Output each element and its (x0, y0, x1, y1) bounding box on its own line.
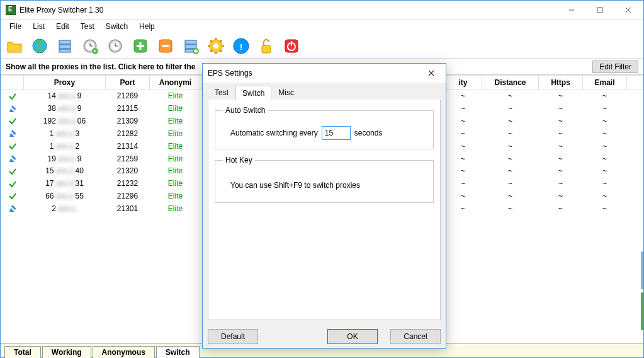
folder-icon[interactable] (4, 36, 25, 56)
cell-https: ~ (539, 190, 583, 202)
cell-email: ~ (583, 90, 627, 103)
cell-proxy: 1.xxx.x.3 (24, 127, 106, 140)
cell-anonymity: Elite (150, 115, 201, 127)
cell-proxy: 1.xxx.x.2 (24, 140, 106, 153)
cell-distance: ~ (482, 140, 539, 153)
cell-distance: ~ (482, 102, 539, 115)
dialog-titlebar: EPS Settings (203, 64, 446, 83)
cell-email: ~ (583, 127, 627, 140)
maximize-button[interactable] (585, 1, 614, 19)
tab-total[interactable]: Total (4, 346, 41, 358)
auto-switch-group: Auto Switch Automatic switching every se… (215, 106, 434, 149)
cell-port: 21309 (106, 115, 150, 127)
svg-rect-6 (59, 45, 71, 49)
tab-switch-settings[interactable]: Switch (235, 86, 271, 100)
tab-switch[interactable]: Switch (156, 346, 200, 358)
hotkey-group: Hot Key You can use Shift+F9 to switch p… (215, 156, 434, 203)
col-https[interactable]: Https (539, 76, 583, 90)
svg-rect-43 (11, 130, 16, 136)
status-icon (1, 190, 24, 202)
cell-distance: ~ (482, 127, 539, 140)
cell-email: ~ (583, 102, 627, 115)
tab-anonymous[interactable]: Anonymous (93, 346, 155, 358)
col-email[interactable]: Email (583, 76, 627, 90)
globe-icon[interactable] (30, 36, 50, 56)
menu-file[interactable]: File (4, 21, 26, 32)
cell-proxy: 17.xxx.x.31 (24, 177, 106, 190)
cell-email: ~ (583, 202, 627, 215)
eps-settings-dialog: EPS Settings Test Switch Misc Auto Switc… (202, 63, 446, 349)
col-status[interactable] (1, 76, 24, 90)
cancel-button[interactable]: Cancel (390, 329, 441, 344)
cell-proxy: 192.xxx.x.06 (24, 115, 106, 127)
close-button[interactable] (614, 1, 642, 19)
tab-misc[interactable]: Misc (271, 85, 301, 100)
cell-email: ~ (583, 190, 627, 202)
hotkey-legend: Hot Key (223, 156, 255, 165)
svg-line-34 (210, 50, 212, 52)
svg-rect-45 (11, 205, 16, 211)
col-distance[interactable]: Distance (482, 76, 539, 90)
status-icon (1, 115, 24, 127)
cell-city: ~ (444, 115, 482, 127)
ok-button[interactable]: OK (327, 329, 378, 344)
cell-email: ~ (583, 140, 627, 153)
svg-line-33 (220, 50, 222, 52)
lock-open-icon[interactable] (256, 36, 276, 56)
dialog-close-button[interactable] (422, 64, 441, 82)
info-icon[interactable]: ! (231, 36, 251, 56)
minimize-button[interactable] (557, 1, 585, 19)
col-city[interactable]: ity (444, 76, 482, 90)
cell-anonymity: Elite (150, 102, 201, 115)
remove-icon[interactable] (155, 36, 176, 56)
col-anon[interactable]: Anonymi (150, 76, 201, 90)
cell-email: ~ (583, 153, 627, 165)
clock-pause-icon[interactable] (105, 36, 125, 56)
cell-proxy: 19.xxx.x.9 (24, 153, 106, 165)
cell-proxy: 38.xxx.x.9 (24, 102, 106, 115)
svg-point-4 (33, 39, 47, 53)
auto-switch-legend: Auto Switch (223, 106, 268, 115)
col-proxy[interactable]: Proxy (24, 76, 106, 90)
cell-city: ~ (444, 202, 482, 215)
power-icon[interactable] (281, 36, 302, 56)
dialog-button-row: Default OK Cancel (203, 325, 446, 348)
edit-filter-button[interactable]: Edit Filter (592, 61, 638, 73)
col-scroll (627, 76, 643, 90)
status-icon (1, 202, 24, 215)
cell-port: 21301 (106, 202, 150, 215)
cell-city: ~ (444, 165, 482, 177)
tab-test[interactable]: Test (208, 85, 235, 100)
tab-page-switch: Auto Switch Automatic switching every se… (208, 100, 441, 320)
cell-distance: ~ (482, 177, 539, 190)
servers-alt-icon[interactable] (181, 36, 201, 56)
menu-test[interactable]: Test (76, 21, 99, 32)
dialog-tabstrip: Test Switch Misc (208, 85, 441, 100)
default-button[interactable]: Default (208, 329, 258, 344)
add-icon[interactable] (130, 36, 150, 56)
cell-anonymity: Elite (150, 127, 201, 140)
menu-help[interactable]: Help (134, 21, 160, 32)
auto-switch-seconds-input[interactable] (322, 126, 351, 140)
col-port[interactable]: Port (106, 76, 150, 90)
menubar: File List Edit Test Switch Help (1, 20, 643, 33)
gear-icon[interactable] (206, 36, 226, 56)
scrollbar-marker[interactable] (641, 251, 643, 289)
servers-icon[interactable] (55, 36, 75, 56)
cell-port: 21282 (106, 127, 150, 140)
scrollbar-marker[interactable] (641, 292, 643, 330)
window-title: Elite Proxy Switcher 1.30 (20, 6, 557, 14)
menu-switch[interactable]: Switch (101, 21, 133, 32)
cell-anonymity: Elite (150, 165, 201, 177)
cell-proxy: 14.xxx.x.9 (24, 90, 106, 103)
cell-city: ~ (444, 140, 482, 153)
menu-list[interactable]: List (28, 21, 50, 32)
cell-https: ~ (539, 90, 583, 103)
cell-distance: ~ (482, 115, 539, 127)
menu-edit[interactable]: Edit (51, 21, 74, 32)
cell-anonymity: Elite (150, 202, 201, 215)
cell-anonymity: Elite (150, 90, 201, 103)
cell-distance: ~ (482, 202, 539, 215)
tab-working[interactable]: Working (42, 346, 91, 358)
clock-play-icon[interactable] (80, 36, 100, 56)
